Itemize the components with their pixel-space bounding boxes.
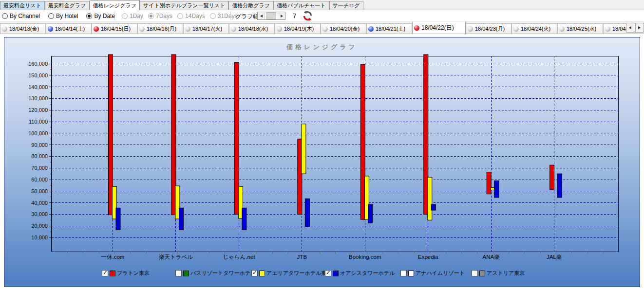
legend-swatch (408, 271, 414, 276)
slider-track[interactable] (265, 12, 278, 19)
graph-width-value: 7 (293, 12, 296, 19)
legend-label: プラトン東京 (117, 270, 150, 277)
legend-item: アナハイムリゾート (400, 270, 465, 277)
date-tab-label: 18/04/13(金) (9, 25, 39, 33)
tab-site-hotel-plan-list[interactable]: サイト別ホテルプラン一覧リスト (140, 1, 228, 10)
svg-text:50,000: 50,000 (31, 188, 48, 194)
radio-14days-icon[interactable] (177, 13, 183, 19)
day-ball-icon (231, 26, 236, 32)
radio-1day-icon[interactable] (122, 13, 128, 19)
tab-cheapest-price-graph[interactable]: 最安料金グラフ (45, 1, 90, 10)
radio-7days-icon[interactable] (148, 13, 154, 19)
scroll-right-icon[interactable] (635, 23, 644, 33)
date-tab-7[interactable]: 18/04/20(金) (321, 23, 366, 34)
radio-by-date-icon[interactable] (86, 13, 92, 19)
range-bar-blue-3 (305, 199, 309, 226)
category-label: 一休.com (101, 254, 125, 260)
day-ball-icon (414, 25, 419, 31)
radio-14days[interactable]: 14Days (177, 13, 205, 19)
radio-by-channel[interactable]: By Channel (2, 13, 40, 19)
scroll-left-icon[interactable] (626, 23, 634, 33)
slider-left-arrow-icon[interactable] (258, 12, 265, 19)
main-tab-bar: 最安料金リスト最安料金グラフ価格レンジグラフサイト別ホテルプラン一覧リスト価格分… (0, 0, 644, 10)
day-ball-icon (48, 26, 53, 32)
date-tab-2[interactable]: 18/04/15(日) (92, 23, 137, 34)
radio-14days-label: 14Days (185, 13, 205, 19)
graph-width-slider[interactable] (257, 12, 285, 20)
controls-bar: By ChannelBy HotelBy Date 1Day7Days14Day… (0, 10, 644, 22)
legend-item: ✓プラトン東京 (102, 270, 150, 277)
check-icon: ✓ (252, 269, 257, 276)
day-ball-icon (559, 26, 565, 32)
date-tab-0[interactable]: 18/04/13(金) (0, 23, 46, 34)
tab-price-bubble-chart[interactable]: 価格バブルチャート (273, 1, 329, 10)
date-tab-bar: 18/04/13(金)18/04/14(土)18/04/15(日)18/04/1… (0, 22, 644, 34)
radio-by-channel-icon[interactable] (2, 13, 8, 19)
tab-price-range-graph[interactable]: 価格レンジグラフ (90, 0, 140, 10)
day-ball-icon (468, 26, 473, 32)
category-label: JAL楽 (547, 254, 562, 260)
radio-1day[interactable]: 1Day (122, 13, 143, 19)
radio-7days[interactable]: 7Days (148, 13, 172, 19)
svg-text:60,000: 60,000 (31, 177, 48, 182)
legend-checkbox[interactable] (175, 270, 182, 276)
category-label: 楽天トラベル (159, 254, 193, 260)
range-bar-blue-0 (116, 208, 120, 230)
date-tab-12[interactable]: 18/04/25(水) (557, 23, 603, 34)
svg-text:80,000: 80,000 (31, 153, 48, 159)
tab-price-distribution-graph[interactable]: 価格分散グラフ (228, 1, 273, 10)
range-bar-red-6 (487, 172, 491, 194)
date-tab-10[interactable]: 18/04/23(月) (466, 23, 511, 34)
date-tab-5[interactable]: 18/04/18(水) (229, 23, 275, 34)
date-tab-4[interactable]: 18/04/17(火) (183, 23, 229, 34)
category-label: JTB (297, 254, 307, 260)
svg-text:70,000: 70,000 (31, 165, 48, 171)
tab-cheapest-price-list[interactable]: 最安料金リスト (0, 1, 45, 10)
legend-swatch (479, 271, 485, 276)
legend-swatch (333, 271, 339, 276)
legend-checkbox[interactable] (400, 270, 407, 276)
date-tab-8[interactable]: 18/04/21(土) (366, 23, 412, 34)
svg-text:40,000: 40,000 (31, 200, 48, 206)
date-tab-9[interactable]: 18/04/22(日) (412, 22, 466, 34)
check-icon: ✓ (326, 269, 331, 276)
tab-search-log[interactable]: サーチログ (329, 1, 363, 10)
legend-checkbox[interactable]: ✓ (325, 270, 331, 276)
range-bar-blue-4 (368, 204, 373, 223)
check-icon: ✓ (103, 269, 108, 276)
category-label: Booking.com (349, 254, 381, 260)
svg-text:140,000: 140,000 (28, 84, 48, 90)
radio-31days[interactable]: 31Days (210, 13, 238, 19)
slider-thumb[interactable] (266, 12, 276, 19)
day-ball-icon (322, 26, 328, 32)
date-tab-6[interactable]: 18/04/19(木) (275, 23, 321, 34)
legend-label: オアシスタワーホテル (340, 270, 395, 277)
legend-checkbox[interactable] (472, 270, 478, 276)
range-bar-yellow-3 (302, 124, 306, 174)
range-bar-red-7 (550, 165, 554, 189)
radio-by-hotel-icon[interactable] (48, 13, 54, 19)
radio-7days-label: 7Days (156, 13, 172, 19)
radio-31days-icon[interactable] (210, 13, 216, 19)
slider-right-arrow-icon[interactable] (278, 12, 285, 19)
legend-label: アストリア東京 (487, 270, 525, 277)
legend-checkbox[interactable]: ✓ (102, 270, 108, 276)
date-tab-1[interactable]: 18/04/14(土) (46, 23, 92, 34)
date-tab-3[interactable]: 18/04/16(月) (137, 23, 183, 34)
radio-by-date[interactable]: By Date (86, 13, 115, 19)
date-tab-label: 18/04/18(水) (238, 25, 268, 33)
day-ball-icon (185, 26, 190, 32)
date-scroll-arrows (626, 23, 644, 33)
date-tab-label: 18/04/24(火) (521, 25, 550, 33)
refresh-icon[interactable] (303, 11, 313, 21)
category-label: Expedia (418, 254, 438, 260)
radio-by-hotel[interactable]: By Hotel (48, 13, 78, 19)
date-tab-label: 18/04/21(土) (376, 25, 405, 33)
range-bar-yellow-5 (428, 177, 432, 220)
svg-text:160,000: 160,000 (28, 61, 48, 67)
svg-text:100,000: 100,000 (28, 130, 48, 136)
date-tab-11[interactable]: 18/04/24(火) (511, 23, 557, 34)
svg-text:110,000: 110,000 (29, 119, 48, 125)
date-tab-label: 18/04/16(月) (147, 25, 176, 33)
legend-checkbox[interactable]: ✓ (251, 270, 258, 276)
